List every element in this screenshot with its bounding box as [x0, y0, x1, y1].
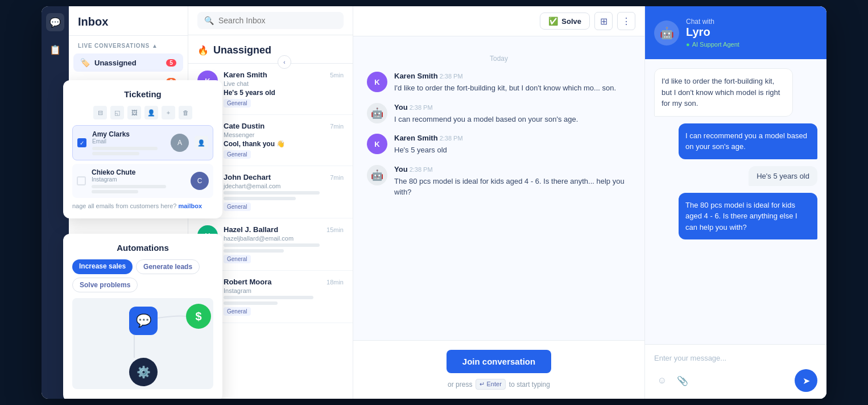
chat-date-divider: Today — [367, 46, 631, 72]
ticket-assign-amy[interactable]: 👤 — [195, 136, 208, 150]
lyro-name: Lyro — [686, 26, 739, 39]
chat-bottom: Join conversation or press ↵ Enter to st… — [353, 340, 644, 399]
toolbar-assign-button[interactable]: ⊞ — [594, 12, 613, 30]
conv-name-john: John Dechart — [224, 173, 271, 181]
chat-text-karen-1: I'd like to order the fort-building kit,… — [394, 82, 631, 94]
solve-label: Solve — [561, 17, 581, 26]
ticket-info-chieko: Chieko Chute Instagram — [92, 168, 185, 193]
conv-tag-cate: General — [224, 150, 251, 159]
conv-tag-karen: General — [224, 99, 251, 108]
ticketing-description: nage all emails from customers here? mai… — [72, 202, 213, 209]
conv-info-robert: Robert Moora 18min Instagram General — [224, 278, 344, 316]
chat-message-bot-2: 🤖 You 2:38 PM The 80 pcs model is ideal … — [367, 165, 631, 198]
search-input[interactable] — [218, 16, 337, 25]
sidebar-icon-chat[interactable]: 💬 — [46, 13, 64, 31]
tick-tool-6[interactable]: 🗑 — [179, 106, 192, 119]
attachment-button[interactable]: 📎 — [675, 373, 691, 389]
conversations-header: 🔥 Unassigned — [188, 35, 353, 64]
ticket-row-amy[interactable]: ✓ Amy Clarks Email A 👤 — [72, 125, 213, 160]
live-conversations-label: LIVE CONVERSATIONS ▲ — [73, 43, 183, 53]
solve-button[interactable]: ✅ Solve — [540, 13, 590, 30]
unassigned-icon: 🏷️ — [80, 58, 90, 67]
conv-info-karen: Karen Smith 5min Live chat He's 5 years … — [224, 71, 344, 108]
ticket-row-chieko[interactable]: Chieko Chute Instagram C — [72, 164, 213, 198]
lyro-chat-with: Chat with — [686, 18, 739, 26]
conv-msg-karen: He's 5 years old — [224, 89, 344, 97]
chat-messages: Today K Karen Smith 2:38 PM I'd like to … — [353, 36, 644, 340]
chat-avatar-bot-2: 🤖 — [367, 165, 387, 185]
press-hint: or press ↵ Enter to start typing — [448, 379, 550, 390]
tick-tool-4[interactable]: 👤 — [144, 106, 158, 119]
chat-avatar-karen: K — [367, 72, 387, 92]
lyro-avatar: 🤖 — [654, 20, 679, 46]
chat-content-bot-2: You 2:38 PM The 80 pcs model is ideal fo… — [394, 165, 631, 198]
chat-message-karen-1: K Karen Smith 2:38 PM I'd like to order … — [367, 72, 631, 94]
enter-key-hint: ↵ Enter — [476, 379, 505, 390]
conv-info-cate: Cate Dustin 7min Messenger Cool, thank y… — [224, 122, 344, 159]
lyro-msg-user-1: I'd like to order the fort-building kit,… — [654, 68, 793, 117]
lyro-status: AI Support Agent — [686, 41, 739, 48]
chat-content-bot-1: You 2:38 PM I can recommend you a model … — [394, 103, 631, 125]
lyro-send-button[interactable]: ➤ — [795, 369, 817, 392]
chat-text-bot-1: I can recommend you a model based on you… — [394, 114, 631, 125]
auto-tag-solve-problems[interactable]: Solve problems — [72, 278, 138, 292]
inbox-header: Inbox — [69, 6, 188, 36]
nav-collapse-button[interactable]: ‹ — [278, 55, 291, 69]
flow-dollar-node: $ — [186, 304, 211, 329]
conversations-title: Unassigned — [213, 44, 344, 56]
search-icon: 🔍 — [204, 16, 214, 25]
conv-tag-hazel: General — [224, 255, 251, 263]
ticket-checkbox-chieko[interactable] — [77, 176, 86, 185]
press-hint-suffix: to start typing — [509, 381, 550, 389]
ticket-checkbox-amy[interactable]: ✓ — [77, 138, 86, 147]
lyro-messages: I'd like to order the fort-building kit,… — [645, 59, 826, 344]
press-hint-prefix: or press — [448, 381, 472, 389]
conv-tag-john: General — [224, 202, 251, 211]
conv-tag-robert: General — [224, 307, 251, 316]
conv-channel-hazel: hazeljballard@email.com — [224, 235, 344, 242]
inbox-title: Inbox — [78, 15, 179, 28]
ticket-name-chieko: Chieko Chute — [92, 168, 185, 176]
chat-meta-karen-1: Karen Smith 2:38 PM — [394, 72, 631, 80]
tick-tool-1[interactable]: ⊟ — [93, 106, 107, 119]
flow-connector-line — [134, 335, 135, 358]
tick-tool-2[interactable]: ◱ — [110, 106, 124, 119]
automations-widget: Automations Increase sales Generate lead… — [63, 234, 222, 399]
ticketing-link[interactable]: mailbox — [178, 202, 202, 209]
lyro-header: 🤖 Chat with Lyro AI Support Agent — [645, 6, 826, 59]
tick-tool-5[interactable]: + — [162, 106, 175, 119]
automations-title: Automations — [72, 243, 213, 253]
chat-text-karen-2: He's 5 years old — [394, 144, 631, 156]
toolbar-more-button[interactable]: ⋮ — [617, 12, 635, 30]
conv-channel-john: jdechart@email.com — [224, 183, 344, 189]
tick-tool-3[interactable]: 🖼 — [127, 106, 141, 119]
ticketing-widget: Ticketing ⊟ ◱ 🖼 👤 + 🗑 ✓ Amy Clarks Email… — [63, 80, 222, 218]
chat-meta-bot-1: You 2:38 PM — [394, 103, 631, 111]
lyro-msg-bot-1: I can recommend you a model based on you… — [679, 123, 817, 159]
chat-toolbar: ✅ Solve ⊞ ⋮ — [353, 6, 644, 36]
automations-flow: 💬 ⚙️ $ — [72, 298, 213, 389]
lyro-msg-bot-2: The 80 pcs model is ideal for kids aged … — [679, 193, 817, 240]
search-bar[interactable]: 🔍 — [197, 12, 344, 29]
auto-tag-increase-sales[interactable]: Increase sales — [72, 259, 133, 274]
unassigned-badge: 5 — [166, 59, 176, 67]
emoji-button[interactable]: ☺ — [654, 373, 670, 389]
ticket-sub-chieko: Instagram — [92, 176, 185, 183]
conv-info-hazel: Hazel J. Ballard 15min hazeljballard@ema… — [224, 225, 344, 263]
join-conversation-button[interactable]: Join conversation — [447, 350, 551, 373]
conv-time-karen: 5min — [330, 72, 344, 78]
flow-cog-node: ⚙️ — [129, 358, 158, 386]
conv-channel-cate: Messenger — [224, 131, 344, 138]
sidebar-icon-tickets[interactable]: 📋 — [46, 40, 64, 59]
chat-text-bot-2: The 80 pcs model is ideal for kids aged … — [394, 176, 631, 198]
auto-tag-generate-leads[interactable]: Generate leads — [136, 259, 200, 274]
chat-message-karen-2: K Karen Smith 2:38 PM He's 5 years old — [367, 134, 631, 156]
lyro-title: Chat with Lyro AI Support Agent — [686, 18, 739, 48]
ticketing-title: Ticketing — [72, 89, 213, 99]
chat-content-karen-2: Karen Smith 2:38 PM He's 5 years old — [394, 134, 631, 156]
inbox-item-unassigned[interactable]: 🏷️ Unassigned 5 — [73, 53, 183, 72]
conv-time-john: 7min — [330, 174, 344, 181]
conv-time-cate: 7min — [330, 123, 344, 130]
chat-avatar-bot-1: 🤖 — [367, 103, 387, 123]
lyro-input-placeholder[interactable]: Enter your message... — [654, 352, 817, 365]
